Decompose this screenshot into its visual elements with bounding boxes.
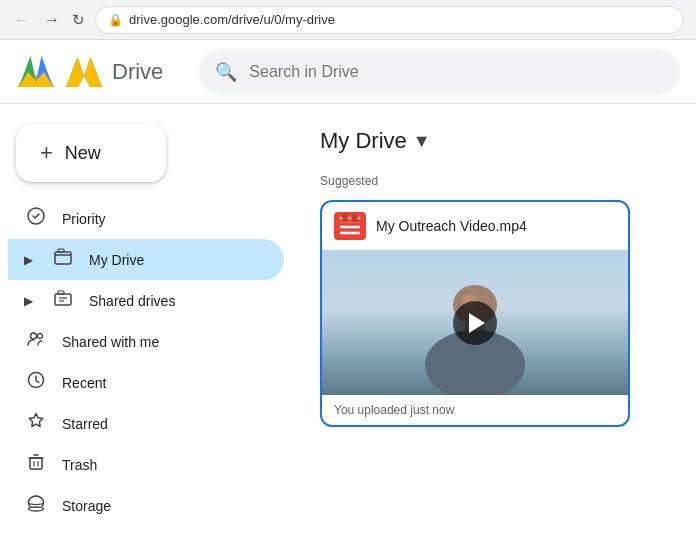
content-area: My Drive ▼ Suggested xyxy=(300,104,696,535)
back-button[interactable]: ← xyxy=(12,10,32,30)
sidebar-item-storage[interactable]: Storage xyxy=(8,485,284,526)
video-thumbnail[interactable] xyxy=(322,250,628,395)
svg-rect-3 xyxy=(58,249,64,252)
sidebar-label-priority: Priority xyxy=(62,211,106,227)
sidebar-label-my-drive: My Drive xyxy=(89,252,144,268)
shared-drives-arrow: ▶ xyxy=(24,294,33,308)
url-text: drive.google.com/drive/u/0/my-drive xyxy=(129,12,335,27)
sidebar-item-priority[interactable]: Priority xyxy=(8,198,284,239)
storage-icon xyxy=(24,493,48,518)
sidebar-item-recent[interactable]: Recent xyxy=(8,362,284,403)
svg-point-26 xyxy=(349,217,352,220)
my-drive-icon xyxy=(51,247,75,272)
play-button[interactable] xyxy=(453,301,497,345)
logo: Drive xyxy=(16,52,163,92)
svg-rect-2 xyxy=(55,252,71,264)
video-card[interactable]: My Outreach Video.mp4 xyxy=(320,200,630,427)
app-container: Drive 🔍 + New xyxy=(0,40,696,535)
suggested-label: Suggested xyxy=(320,174,676,188)
title-dropdown-icon[interactable]: ▼ xyxy=(413,131,431,152)
search-bar[interactable]: 🔍 xyxy=(199,49,680,95)
my-drive-title: My Drive xyxy=(320,128,407,154)
trash-icon xyxy=(24,452,48,477)
svg-rect-5 xyxy=(58,291,64,294)
main-area: + New Priority ▶ xyxy=(0,104,696,535)
address-bar[interactable]: 🔒 drive.google.com/drive/u/0/my-drive xyxy=(95,6,684,34)
forward-button[interactable]: → xyxy=(42,10,62,30)
app-header: Drive 🔍 xyxy=(0,40,696,104)
new-button-label: New xyxy=(65,143,101,164)
search-input[interactable] xyxy=(249,63,664,81)
starred-icon xyxy=(24,411,48,436)
shared-with-me-icon xyxy=(24,329,48,354)
nav-list: Priority ▶ My Drive ▶ xyxy=(8,198,292,526)
search-icon: 🔍 xyxy=(215,61,237,83)
lock-icon: 🔒 xyxy=(108,13,123,27)
svg-point-9 xyxy=(38,334,43,339)
drive-logo-icon xyxy=(16,52,56,92)
plus-icon: + xyxy=(40,140,53,166)
sidebar-item-shared-drives[interactable]: ▶ Shared drives xyxy=(8,280,284,321)
svg-point-27 xyxy=(358,217,361,220)
play-icon xyxy=(469,313,485,333)
sidebar-label-shared-with-me: Shared with me xyxy=(62,334,159,350)
drive-logo-svg xyxy=(64,54,104,90)
video-file-icon xyxy=(334,212,366,240)
sidebar-item-shared-with-me[interactable]: Shared with me xyxy=(8,321,284,362)
sidebar-label-storage: Storage xyxy=(62,498,111,514)
app-title: Drive xyxy=(112,59,163,85)
svg-rect-21 xyxy=(342,214,347,222)
video-card-footer: You uploaded just now xyxy=(322,395,628,425)
priority-icon xyxy=(24,206,48,231)
browser-chrome: ← → ↻ 🔒 drive.google.com/drive/u/0/my-dr… xyxy=(0,0,696,40)
svg-point-8 xyxy=(31,333,37,339)
sidebar-label-shared-drives: Shared drives xyxy=(89,293,175,309)
svg-rect-23 xyxy=(352,214,357,222)
sidebar-item-trash[interactable]: Trash xyxy=(8,444,284,485)
refresh-button[interactable]: ↻ xyxy=(72,11,85,29)
recent-icon xyxy=(24,370,48,395)
my-drive-arrow: ▶ xyxy=(24,253,33,267)
sidebar-label-starred: Starred xyxy=(62,416,108,432)
sidebar-item-my-drive[interactable]: ▶ My Drive xyxy=(8,239,284,280)
sidebar-label-recent: Recent xyxy=(62,375,106,391)
svg-point-14 xyxy=(29,507,44,511)
sidebar: + New Priority ▶ xyxy=(0,104,300,535)
shared-drives-icon xyxy=(51,288,75,313)
content-title: My Drive ▼ xyxy=(320,128,676,154)
new-button[interactable]: + New xyxy=(16,124,166,182)
video-filename: My Outreach Video.mp4 xyxy=(376,218,527,234)
upload-status: You uploaded just now xyxy=(334,403,454,417)
svg-rect-4 xyxy=(55,294,71,305)
svg-rect-11 xyxy=(30,458,42,469)
video-card-header: My Outreach Video.mp4 xyxy=(322,202,628,250)
svg-point-25 xyxy=(340,217,343,220)
sidebar-item-starred[interactable]: Starred xyxy=(8,403,284,444)
sidebar-label-trash: Trash xyxy=(62,457,97,473)
